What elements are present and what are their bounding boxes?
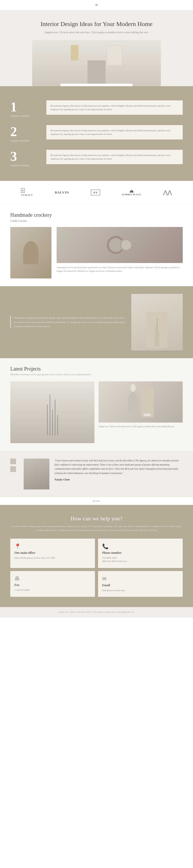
logo-balvin: BALVIN (55, 190, 69, 194)
testimonial-avatar (24, 459, 50, 490)
project-image-left (10, 381, 94, 443)
footer: Sample text. Click to select the text bo… (0, 607, 193, 618)
num-label-2: Sample Headline (10, 139, 46, 142)
numbered-section: 1 Sample Headline Recruitment Agency tha… (0, 86, 193, 181)
planning-section: Planning is an integral part of interior… (0, 286, 193, 358)
more-link[interactable]: MORE (0, 497, 193, 505)
crockery-right: Consequat nisl vel pretium lectus quam i… (57, 227, 183, 278)
crockery-person-image (10, 227, 52, 278)
numbered-item-3: 3 Sample Headline Recruitment Agency tha… (0, 146, 193, 170)
testimonial-nav: ‹ › (10, 459, 16, 472)
testimonial-prev-button[interactable]: ‹ (10, 459, 16, 464)
contact-fax-info: 1-234-567-8900 (14, 589, 91, 592)
crockery-title: Handmade crockery (10, 212, 183, 218)
testimonial-name: Nataly Chen (55, 478, 183, 481)
projects-grid: Sample text. Click to select the text bo… (10, 381, 183, 443)
contact-card-phone: 📞 Phone number 234-9876-5420980-0125-464… (98, 538, 183, 568)
hero-title: Interior Design Ideas for Your Modern Ho… (15, 21, 178, 28)
hero-subtitle: Sample text. Click to select the text bo… (15, 30, 178, 35)
testimonial-section: ‹ › "I have known and worked closely wit… (0, 451, 193, 497)
projects-title: Latest Projects (10, 366, 183, 372)
hamburger-icon[interactable]: ≡ (95, 2, 98, 8)
planning-image (131, 294, 183, 350)
fax-icon: 🖷 (14, 576, 91, 582)
contact-card-office: 📍 Our main office Suites 94 Broadway St … (10, 538, 95, 568)
contact-section: How can we help you? Sit amet at molen v… (0, 505, 193, 607)
logos-section: S SOMSEY BALVIN NY ⛰SUMMIT PLACE ⋀⋀ (0, 181, 193, 204)
num-left-3: 3 Sample Headline (10, 150, 46, 167)
num-digit-3: 3 (10, 150, 46, 163)
num-digit-1: 1 (10, 100, 46, 114)
contact-fax-title: Fax (14, 583, 91, 587)
logo-mountain: ⋀⋀ (163, 189, 172, 195)
email-icon: ✉ (102, 576, 179, 582)
num-left-2: 2 Sample Headline (10, 125, 46, 142)
numbered-item-2: 2 Sample Headline Recruitment Agency tha… (0, 121, 193, 146)
crockery-description: Consequat nisl vel pretium lectus quam i… (57, 266, 183, 273)
projects-subtitle: Phasellus scelerisque sed leo quis gravi… (10, 373, 183, 376)
hero-section: Interior Design Ideas for Your Modern Ho… (0, 10, 193, 86)
contact-phone-info: 234-9876-5420980-0125-4647 (Toll Free) (102, 556, 179, 563)
project-right: Sample text. Click to select the text bo… (99, 381, 183, 443)
testimonial-quote: "I have known and worked closely with Ri… (55, 459, 183, 475)
crockery-grid: Consequat nisl vel pretium lectus quam i… (10, 227, 183, 278)
num-label-1: Sample Headline (10, 114, 46, 117)
contact-email-info: hello@yourwebsite.com (102, 589, 179, 592)
phone-icon: 📞 (102, 543, 179, 550)
logo-summit: ⛰SUMMIT PLACE (122, 189, 141, 196)
contact-phone-title: Phone number (102, 551, 179, 555)
project-image-right (99, 381, 183, 423)
testimonial-content: "I have known and worked closely with Ri… (55, 459, 183, 481)
contact-email-title: Email (102, 583, 179, 587)
contact-title: How can we help you? (10, 515, 183, 522)
testimonial-next-button[interactable]: › (10, 466, 16, 472)
numbered-item-1: 1 Sample Headline Recruitment Agency tha… (0, 96, 193, 121)
num-desc-2: Recruitment Agency that strives to help … (46, 125, 183, 140)
project-caption: Sample text. Click to select the text bo… (99, 425, 183, 428)
navbar: ≡ (0, 0, 193, 10)
num-left-1: 1 Sample Headline (10, 100, 46, 117)
contact-card-email: ✉ Email hello@yourwebsite.com (98, 571, 183, 597)
contact-grid: 📍 Our main office Suites 94 Broadway St … (10, 538, 183, 597)
contact-office-title: Our main office (14, 551, 91, 555)
stems-decoration (47, 389, 58, 435)
logo-ny: NY (91, 190, 100, 195)
num-desc-1: Recruitment Agency that strives to help … (46, 100, 183, 115)
footer-text: Sample text. Click to select the text bo… (4, 611, 189, 614)
projects-section: Latest Projects Phasellus scelerisque se… (0, 358, 193, 451)
crockery-left (10, 227, 52, 278)
location-icon: 📍 (14, 543, 91, 550)
crockery-author: Linda Larson (10, 219, 183, 223)
num-label-3: Sample Headline (10, 164, 46, 167)
logo-somsey: S SOMSEY (21, 188, 33, 197)
crockery-section: Handmade crockery Linda Larson Consequat… (0, 204, 193, 286)
contact-card-fax: 🖷 Fax 1-234-567-8900 (10, 571, 95, 597)
num-digit-2: 2 (10, 125, 46, 138)
planning-text: Planning is an integral part of interior… (10, 316, 126, 328)
hero-image (32, 40, 161, 86)
crockery-bowls-image (57, 227, 183, 263)
contact-office-info: Suites 94 Broadway St New York, NY 1001 (14, 556, 91, 560)
num-desc-3: Recruitment Agency that strives to help … (46, 150, 183, 164)
contact-description: Sit amet at molen veniam, quis nostrud e… (10, 524, 183, 532)
